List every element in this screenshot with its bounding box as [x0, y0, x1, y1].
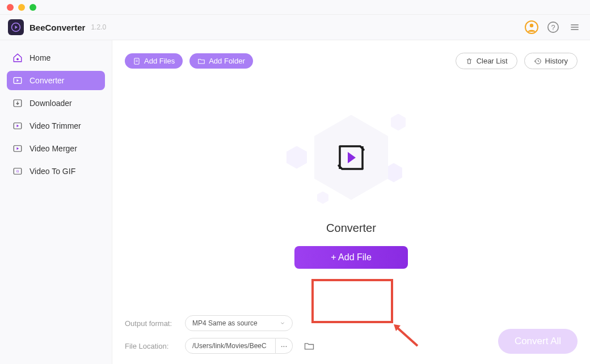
window-minimize[interactable]	[18, 4, 25, 11]
folder-add-icon	[197, 57, 205, 65]
output-format-label: Output format:	[125, 319, 178, 328]
sidebar-item-label: Video To GIF	[30, 167, 75, 176]
home-icon	[12, 53, 23, 63]
sidebar: Home Converter Downloader Video Trimmer …	[0, 40, 112, 364]
svg-point-2	[530, 24, 533, 27]
window-maximize[interactable]	[30, 4, 36, 11]
add-file-button[interactable]: + Add File	[294, 246, 408, 269]
toolbar: Add Files Add Folder Clear List History	[112, 40, 590, 69]
output-format-select[interactable]: MP4 Same as source	[185, 315, 293, 331]
trimmer-icon	[12, 121, 23, 131]
sidebar-item-downloader[interactable]: Downloader	[7, 94, 105, 113]
svg-text:?: ?	[551, 23, 555, 32]
sidebar-item-label: Home	[30, 53, 50, 62]
sidebar-item-label: Video Merger	[30, 144, 77, 153]
folder-icon	[304, 340, 315, 352]
app-logo	[8, 19, 24, 35]
app-header: BeeConverter 1.2.0 ?	[0, 15, 590, 40]
convert-all-button[interactable]: Convert All	[498, 329, 578, 354]
sidebar-item-label: Video Trimmer	[30, 121, 81, 130]
drop-title: Converter	[326, 222, 376, 235]
sidebar-item-converter[interactable]: Converter	[7, 71, 105, 90]
history-icon	[534, 57, 542, 65]
menu-icon[interactable]	[567, 20, 582, 35]
file-add-icon	[133, 57, 141, 65]
add-files-button[interactable]: Add Files	[125, 53, 183, 69]
file-location-path: /Users/link/Movies/BeeC	[185, 338, 276, 354]
merger-icon	[12, 143, 23, 154]
add-folder-button[interactable]: Add Folder	[189, 53, 253, 69]
sidebar-item-label: Converter	[30, 76, 64, 85]
window-titlebar	[0, 0, 590, 15]
trash-icon	[465, 57, 473, 65]
sidebar-item-gif[interactable]: G Video To GIF	[7, 162, 105, 181]
gif-icon: G	[12, 166, 23, 176]
download-icon	[12, 98, 23, 108]
app-version: 1.2.0	[91, 23, 106, 31]
footer: Output format: MP4 Same as source File L…	[112, 308, 590, 364]
help-icon[interactable]: ?	[546, 20, 560, 35]
converter-illustration	[294, 109, 408, 206]
file-location-label: File Location:	[125, 342, 178, 350]
chevron-down-icon	[280, 320, 285, 326]
sidebar-item-label: Downloader	[30, 99, 72, 108]
user-icon[interactable]	[524, 20, 539, 35]
open-folder-button[interactable]	[303, 340, 315, 352]
window-close[interactable]	[7, 4, 14, 11]
sidebar-item-home[interactable]: Home	[7, 48, 105, 67]
app-name: BeeConverter	[30, 23, 85, 32]
clear-list-button[interactable]: Clear List	[456, 53, 517, 69]
history-button[interactable]: History	[524, 53, 578, 69]
svg-text:G: G	[16, 170, 19, 173]
svg-point-8	[16, 58, 19, 60]
converter-icon	[12, 75, 23, 86]
main-panel: Add Files Add Folder Clear List History	[112, 40, 590, 364]
sidebar-item-trimmer[interactable]: Video Trimmer	[7, 116, 105, 136]
drop-area[interactable]: Converter + Add File	[112, 69, 590, 308]
svg-rect-15	[134, 58, 139, 64]
sidebar-item-merger[interactable]: Video Merger	[7, 139, 105, 158]
file-location-more-button[interactable]: ···	[276, 338, 293, 354]
